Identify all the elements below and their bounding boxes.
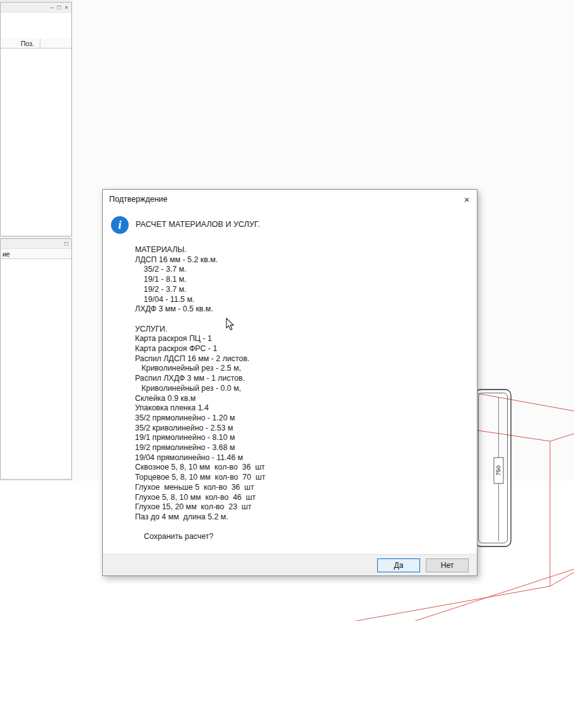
dialog-text-line: Глухое 5, 8, 10 мм кол-во 46 шт: [135, 493, 266, 503]
close-icon[interactable]: ×: [64, 4, 68, 11]
names-column-label: ие: [3, 250, 10, 258]
dialog-text-line: Криволинейный рез - 0.0 м,: [135, 384, 266, 394]
dialog-text-line: ЛХДФ 3 мм - 0.5 кв.м.: [135, 304, 266, 315]
dialog-heading: РАСЧЕТ МАТЕРИАЛОВ И УСЛУГ.: [136, 220, 260, 229]
dialog-buttonbar: Да Нет: [103, 554, 477, 575]
maximize-icon[interactable]: □: [57, 4, 61, 11]
close-icon[interactable]: ×: [457, 190, 477, 209]
dialog-text-line: Паз до 4 мм длина 5.2 м.: [135, 512, 266, 523]
dialog-text-line: Торцевое 5, 8, 10 мм кол-во 70 шт: [135, 473, 266, 483]
dialog-titlebar[interactable]: Подтверждение ×: [103, 190, 477, 209]
yes-button[interactable]: Да: [377, 558, 420, 572]
dialog-text-line: 19/1 прямолинейно - 8.10 м: [135, 433, 266, 443]
dialog-text-line: Глухое меньше 5 кол-во 36 шт: [135, 483, 266, 493]
confirmation-dialog: Подтверждение × i РАСЧЕТ МАТЕРИАЛОВ И УС…: [102, 189, 477, 576]
dialog-text-line: Криволинейный рез - 2.5 м,: [135, 364, 266, 374]
names-panel: □ ие: [0, 238, 72, 480]
dialog-text-line: 19/04 прямолинейно - 11.46 м: [135, 453, 266, 463]
dialog-lines: МАТЕРИАЛЫ.ЛДСП 16 мм - 5.2 кв.м. 35/2 - …: [135, 245, 266, 523]
dialog-text-line: 19/2 прямолинейно - 3.68 м: [135, 443, 266, 453]
dialog-text-line: ЛДСП 16 мм - 5.2 кв.м.: [135, 255, 266, 265]
dialog-text-line: УСЛУГИ.: [135, 325, 266, 335]
dialog-text-line: [135, 315, 266, 325]
dialog-text-line: Глухое 15, 20 мм кол-во 23 шт: [135, 502, 266, 512]
maximize-icon[interactable]: □: [64, 241, 68, 247]
dialog-question: Сохранить расчет?: [144, 532, 213, 541]
dialog-text-line: Карта раскроя ФРС - 1: [135, 344, 266, 354]
dialog-text-line: 19/04 - 11.5 м.: [135, 295, 266, 305]
positions-panel-titlebar: – □ ×: [1, 3, 71, 13]
positions-panel: – □ × Поз.: [0, 2, 72, 236]
dialog-text-line: Склейка 0.9 кв.м: [135, 394, 266, 404]
column-divider: [40, 38, 40, 48]
dialog-text-line: Карта раскроя ПЦ - 1: [135, 334, 266, 344]
dialog-text-line: Сквозное 5, 8, 10 мм кол-во 36 шт: [135, 463, 266, 473]
info-icon: i: [111, 216, 129, 234]
positions-panel-header: Поз.: [1, 38, 71, 49]
dialog-text-line: Распил ЛХДФ 3 мм - 1 листов.: [135, 374, 266, 384]
positions-panel-spacer: [1, 13, 71, 38]
dialog-text-line: 19/1 - 8.1 м.: [135, 275, 266, 285]
dialog-text-line: 19/2 - 3.7 м.: [135, 285, 266, 295]
minimize-icon[interactable]: –: [50, 4, 53, 11]
names-panel-titlebar: □: [1, 239, 71, 249]
left-dock: – □ × Поз. □ ие: [0, 0, 73, 481]
dialog-text-line: МАТЕРИАЛЫ.: [135, 245, 266, 255]
dialog-text-line: 35/2 криволинейно - 2.53 м: [135, 424, 266, 434]
no-button[interactable]: Нет: [426, 558, 469, 572]
dialog-title: Подтверждение: [109, 195, 168, 204]
dialog-text-line: Распил ЛДСП 16 мм - 2 листов.: [135, 354, 266, 364]
names-panel-header: ие: [1, 249, 71, 259]
dialog-text-line: Упаковка пленка 1.4: [135, 403, 266, 413]
dialog-text-line: 35/2 - 3.7 м.: [135, 265, 266, 275]
positions-column-label: Поз.: [21, 40, 34, 47]
dialog-text-line: 35/2 прямолинейно - 1.20 м: [135, 413, 266, 424]
